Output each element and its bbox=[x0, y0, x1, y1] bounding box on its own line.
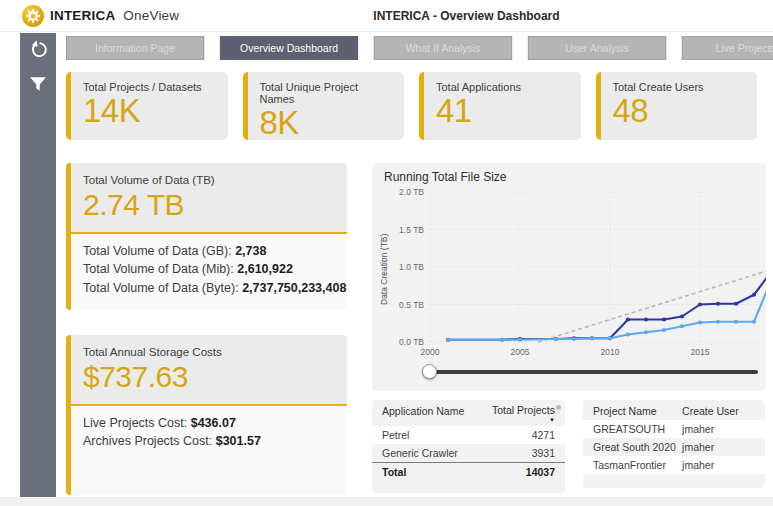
svg-text:2015: 2015 bbox=[691, 347, 710, 357]
svg-text:0.0 TB: 0.0 TB bbox=[399, 337, 424, 347]
table-row[interactable]: Great South 2020 jmaher bbox=[583, 438, 765, 456]
detail-value: 2,610,922 bbox=[237, 262, 293, 276]
kpi-label: Total Unique Project Names bbox=[260, 81, 393, 105]
svg-text:2000: 2000 bbox=[421, 347, 440, 357]
svg-text:1.0 TB: 1.0 TB bbox=[399, 262, 424, 272]
svg-text:1.5 TB: 1.5 TB bbox=[399, 225, 424, 235]
detail-label: Live Projects Cost: bbox=[83, 416, 187, 430]
costs-value: $737.63 bbox=[83, 358, 335, 396]
cell-total-projects: 4271 bbox=[481, 429, 555, 441]
cell-project-name: Great South 2020 bbox=[593, 441, 682, 453]
cell-total-projects: 3931 bbox=[481, 447, 555, 459]
tab-user-analysis[interactable]: User Analysis bbox=[528, 36, 666, 60]
gear-icon bbox=[22, 5, 44, 27]
cell-project-name: GREATSOUTH bbox=[593, 423, 682, 435]
app-header: INTERICA OneView INTERICA - Overview Das… bbox=[0, 0, 773, 32]
table-row[interactable]: GREATSOUTH jmaher bbox=[583, 420, 765, 438]
volume-panel-details: Total Volume of Data (GB): 2,738 Total V… bbox=[71, 234, 347, 311]
detail-value: $436.07 bbox=[191, 416, 236, 430]
time-range-slider-handle[interactable] bbox=[422, 364, 437, 379]
table-total-row: Total 14037 bbox=[372, 462, 565, 481]
canvas-bottom-strip bbox=[0, 497, 773, 506]
table-row[interactable]: TasmanFrontier jmaher bbox=[583, 456, 765, 474]
time-range-slider-track[interactable] bbox=[430, 370, 758, 374]
applications-table: Application Name Total Projects ▼ Petrel… bbox=[372, 400, 565, 493]
kpi-total-projects-datasets: Total Projects / Datasets 14K bbox=[66, 72, 228, 140]
kpi-total-applications: Total Applications 41 bbox=[419, 72, 581, 140]
svg-text:0.5 TB: 0.5 TB bbox=[399, 300, 424, 310]
tab-what-if-analysis[interactable]: What If Analysis bbox=[374, 36, 512, 60]
projects-table-header: Project Name Create User bbox=[583, 400, 765, 420]
cell-project-name: TasmanFrontier bbox=[593, 459, 682, 471]
costs-detail-live: Live Projects Cost: $436.07 bbox=[83, 414, 335, 433]
column-header-application-name[interactable]: Application Name bbox=[382, 405, 481, 423]
tab-live-projects[interactable]: Live Projects D bbox=[682, 36, 773, 60]
volume-panel-top: Total Volume of Data (TB) 2.74 TB bbox=[71, 163, 347, 232]
cell-create-user: jmaher bbox=[682, 459, 755, 471]
column-header-label: Total Projects bbox=[492, 405, 555, 417]
column-header-project-name[interactable]: Project Name bbox=[593, 405, 682, 417]
svg-text:Data Creation (TB): Data Creation (TB) bbox=[379, 234, 389, 305]
detail-value: 2,738 bbox=[235, 244, 266, 258]
volume-detail-mib: Total Volume of Data (Mib): 2,610,922 bbox=[83, 260, 335, 279]
cell-create-user: jmaher bbox=[682, 423, 755, 435]
detail-label: Archives Projects Cost: bbox=[83, 434, 212, 448]
detail-value: 2,737,750,233,408 bbox=[242, 281, 346, 295]
back-button[interactable] bbox=[20, 33, 56, 67]
kpi-value: 41 bbox=[436, 93, 569, 129]
column-header-total-projects[interactable]: Total Projects ▼ bbox=[481, 405, 555, 423]
costs-label: Total Annual Storage Costs bbox=[83, 346, 335, 358]
volume-detail-byte: Total Volume of Data (Byte): 2,737,750,2… bbox=[83, 279, 335, 298]
total-volume-panel: Total Volume of Data (TB) 2.74 TB Total … bbox=[66, 163, 347, 310]
brand-name: INTERICA bbox=[50, 8, 115, 23]
column-header-create-user[interactable]: Create User bbox=[682, 405, 755, 417]
costs-panel-top: Total Annual Storage Costs $737.63 bbox=[71, 335, 347, 404]
detail-label: Total Volume of Data (GB): bbox=[83, 244, 232, 258]
running-total-line-chart: 0.0 TB0.5 TB1.0 TB1.5 TB2.0 TB2000200520… bbox=[372, 163, 766, 361]
table-row[interactable]: Petrel 4271 bbox=[372, 426, 565, 444]
detail-value: $301.57 bbox=[216, 434, 261, 448]
funnel-icon bbox=[28, 74, 48, 94]
filter-button[interactable] bbox=[20, 67, 56, 101]
detail-label: Total Volume of Data (Byte): bbox=[83, 281, 239, 295]
kpi-value: 8K bbox=[260, 105, 393, 140]
page-title: INTERICA - Overview Dashboard bbox=[160, 0, 773, 32]
sort-descending-icon: ▼ bbox=[549, 417, 555, 424]
cell-create-user: jmaher bbox=[682, 441, 755, 453]
nav-tabs: Information Page Overview Dashboard What… bbox=[66, 36, 773, 60]
costs-detail-archives: Archives Projects Cost: $301.57 bbox=[83, 432, 335, 451]
running-total-chart-card: Running Total File Size 0.0 TB0.5 TB1.0 … bbox=[372, 163, 766, 391]
cell-application-name: Petrel bbox=[382, 429, 481, 441]
cell-total-value: 14037 bbox=[481, 466, 555, 478]
storage-costs-panel: Total Annual Storage Costs $737.63 Live … bbox=[66, 335, 347, 495]
cell-total-label: Total bbox=[382, 466, 481, 478]
projects-table: Project Name Create User GREATSOUTH jmah… bbox=[583, 400, 765, 488]
tab-overview-dashboard[interactable]: Overview Dashboard bbox=[220, 36, 358, 60]
tab-information-page[interactable]: Information Page bbox=[66, 36, 204, 60]
volume-value: 2.74 TB bbox=[83, 186, 335, 224]
costs-panel-details: Live Projects Cost: $436.07 Archives Pro… bbox=[71, 406, 347, 496]
undo-arrow-icon bbox=[28, 40, 49, 61]
kpi-total-create-users: Total Create Users 48 bbox=[596, 72, 758, 140]
detail-label: Total Volume of Data (Mib): bbox=[83, 262, 234, 276]
sidebar bbox=[20, 33, 56, 497]
scrollbar-dot[interactable] bbox=[556, 405, 561, 410]
svg-text:2005: 2005 bbox=[511, 347, 530, 357]
svg-text:2010: 2010 bbox=[601, 347, 620, 357]
kpi-total-unique-project-names: Total Unique Project Names 8K bbox=[243, 72, 405, 140]
kpi-value: 14K bbox=[83, 93, 216, 129]
table-row[interactable]: Generic Crawler 3931 bbox=[372, 444, 565, 462]
cell-application-name: Generic Crawler bbox=[382, 447, 481, 459]
svg-text:2.0 TB: 2.0 TB bbox=[399, 187, 424, 197]
gear-icon-glyph bbox=[23, 6, 43, 26]
volume-label: Total Volume of Data (TB) bbox=[83, 174, 335, 186]
kpi-row: Total Projects / Datasets 14K Total Uniq… bbox=[66, 72, 757, 140]
volume-detail-gb: Total Volume of Data (GB): 2,738 bbox=[83, 242, 335, 261]
kpi-value: 48 bbox=[613, 93, 746, 129]
applications-table-header: Application Name Total Projects ▼ bbox=[372, 400, 565, 426]
